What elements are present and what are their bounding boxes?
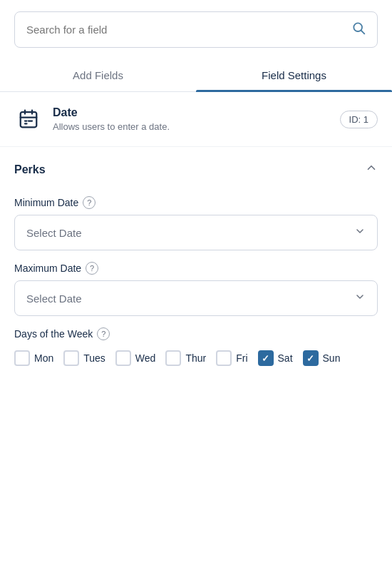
field-name: Date xyxy=(53,106,340,119)
days-of-week-help-icon[interactable]: ? xyxy=(97,327,110,340)
search-icon xyxy=(351,21,366,39)
min-date-label-row: Minimum Date ? xyxy=(14,196,378,209)
field-info: Date Allows users to enter a date. ID: 1 xyxy=(0,92,392,147)
day-checkbox-mon[interactable] xyxy=(14,350,30,366)
form-section: Minimum Date ? Select Date Maximum Date … xyxy=(0,196,392,383)
date-field-icon xyxy=(14,105,43,133)
min-date-chevron-icon xyxy=(354,225,366,240)
day-label-sun: Sun xyxy=(323,352,341,364)
day-checkbox-sun[interactable] xyxy=(303,350,319,366)
day-item-mon: Mon xyxy=(14,350,53,366)
perks-collapse-icon xyxy=(365,161,378,178)
day-item-wed: Wed xyxy=(115,350,156,366)
days-of-week-label: Days of the Week xyxy=(14,328,93,340)
field-id-badge: ID: 1 xyxy=(340,111,378,128)
tab-add-fields[interactable]: Add Fields xyxy=(0,59,196,91)
day-item-tues: Tues xyxy=(63,350,105,366)
search-input-wrapper[interactable] xyxy=(14,11,378,48)
search-input[interactable] xyxy=(26,24,351,36)
day-label-wed: Wed xyxy=(135,352,156,364)
perks-section-header[interactable]: Perks xyxy=(0,147,392,189)
day-checkbox-fri[interactable] xyxy=(216,350,232,366)
min-date-label: Minimum Date xyxy=(14,197,78,208)
day-checkbox-sat[interactable] xyxy=(258,350,274,366)
day-label-fri: Fri xyxy=(236,352,247,364)
max-date-chevron-icon xyxy=(354,291,366,305)
max-date-label: Maximum Date xyxy=(14,263,81,274)
min-date-help-icon[interactable]: ? xyxy=(83,196,96,209)
day-item-sun: Sun xyxy=(303,350,341,366)
day-checkbox-tues[interactable] xyxy=(63,350,79,366)
field-text-block: Date Allows users to enter a date. xyxy=(53,106,340,132)
min-date-select[interactable]: Select Date xyxy=(14,215,378,250)
days-label-row: Days of the Week ? xyxy=(14,327,378,340)
max-date-select[interactable]: Select Date xyxy=(14,280,378,316)
perks-section-title: Perks xyxy=(14,163,46,176)
search-section xyxy=(0,0,392,59)
day-checkbox-thur[interactable] xyxy=(165,350,181,366)
svg-rect-2 xyxy=(21,112,37,127)
field-description: Allows users to enter a date. xyxy=(53,121,340,132)
days-grid: Mon Tues Wed Thur Fri xyxy=(14,350,378,383)
day-checkbox-wed[interactable] xyxy=(115,350,131,366)
day-label-sat: Sat xyxy=(278,352,293,364)
tab-field-settings[interactable]: Field Settings xyxy=(196,59,392,91)
day-label-thur: Thur xyxy=(185,352,206,364)
day-item-sat: Sat xyxy=(258,350,293,366)
day-label-tues: Tues xyxy=(83,352,105,364)
max-date-value: Select Date xyxy=(26,292,82,305)
day-label-mon: Mon xyxy=(34,352,53,364)
svg-line-1 xyxy=(361,31,365,34)
min-date-value: Select Date xyxy=(26,227,82,239)
tabs-bar: Add Fields Field Settings xyxy=(0,59,392,92)
day-item-fri: Fri xyxy=(216,350,247,366)
max-date-help-icon[interactable]: ? xyxy=(86,262,98,275)
day-item-thur: Thur xyxy=(165,350,206,366)
main-container: Add Fields Field Settings Date Allows us… xyxy=(0,0,392,383)
max-date-label-row: Maximum Date ? xyxy=(14,262,378,275)
